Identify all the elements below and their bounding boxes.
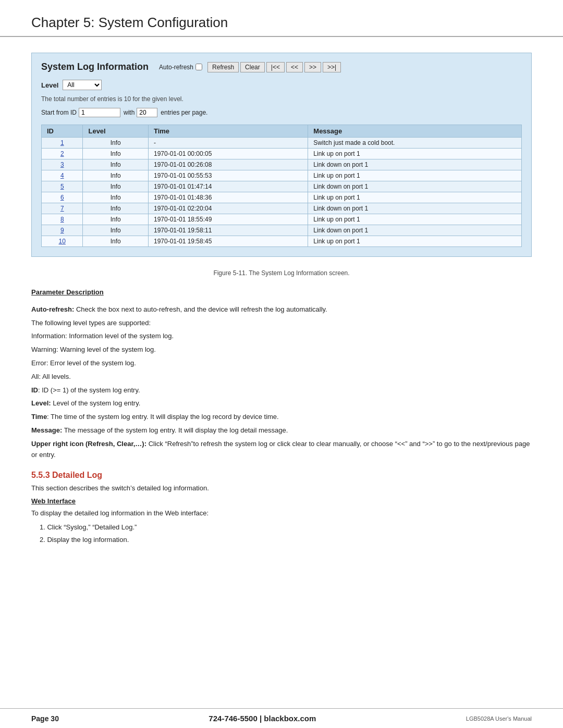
- footer-page: Page 30: [31, 714, 59, 723]
- clear-button[interactable]: Clear: [240, 62, 265, 72]
- row-id[interactable]: 8: [42, 214, 83, 225]
- row-level: Info: [83, 149, 148, 159]
- table-row: 2Info1970-01-01 00:00:05Link up on port …: [42, 149, 522, 159]
- row-level: Info: [83, 181, 148, 192]
- section-553-desc: This section describes the switch’s deta…: [31, 484, 532, 492]
- page-header: Chapter 5: System Configuration: [0, 0, 563, 37]
- row-time: 1970-01-01 00:00:05: [148, 149, 308, 159]
- row-level: Info: [83, 203, 148, 214]
- row-time: 1970-01-01 18:55:49: [148, 214, 308, 225]
- section-553-heading: 5.5.3 Detailed Log: [31, 471, 532, 480]
- row-level: Info: [83, 170, 148, 181]
- row-level: Info: [83, 214, 148, 225]
- row-message: Link up on port 1: [308, 236, 522, 247]
- row-message: Link up on port 1: [308, 192, 522, 203]
- refresh-button[interactable]: Refresh: [207, 62, 239, 72]
- level-select[interactable]: All Info Warning Error: [63, 80, 102, 90]
- row-id[interactable]: 2: [42, 149, 83, 159]
- auto-refresh-checkbox[interactable]: [195, 64, 202, 70]
- row-time: 1970-01-01 00:26:08: [148, 159, 308, 170]
- param-item: Upper right icon (Refresh, Clear,…): Cli…: [31, 439, 532, 461]
- table-row: 4Info1970-01-01 00:55:53Link up on port …: [42, 170, 522, 181]
- table-row: 6Info1970-01-01 01:48:36Link up on port …: [42, 192, 522, 203]
- footer-phone: 724-746-5500 | blackbox.com: [209, 714, 316, 723]
- info-text: The total number of entries is 10 for th…: [41, 95, 522, 103]
- param-item: Warning: Warning level of the system log…: [31, 344, 532, 355]
- row-id[interactable]: 7: [42, 203, 83, 214]
- next-page-button[interactable]: >>: [304, 62, 321, 72]
- col-message: Message: [308, 125, 522, 138]
- syslog-panel: System Log Information Auto-refresh Refr…: [31, 53, 532, 257]
- row-time: 1970-01-01 01:47:14: [148, 181, 308, 192]
- row-level: Info: [83, 138, 148, 149]
- row-level: Info: [83, 159, 148, 170]
- param-item: Message: The message of the system log e…: [31, 425, 532, 436]
- last-page-button[interactable]: >>|: [323, 62, 341, 72]
- param-item: All: All levels.: [31, 372, 532, 382]
- footer-manual: LGB5028A User's Manual: [466, 715, 532, 722]
- row-message: Switch just made a cold boot.: [308, 138, 522, 149]
- row-id[interactable]: 5: [42, 181, 83, 192]
- table-row: 5Info1970-01-01 01:47:14Link down on por…: [42, 181, 522, 192]
- log-table: ID Level Time Message 1Info-Switch just …: [41, 125, 522, 247]
- level-row: Level All Info Warning Error: [41, 80, 522, 90]
- row-id[interactable]: 10: [42, 236, 83, 247]
- row-time: 1970-01-01 02:20:04: [148, 203, 308, 214]
- table-row: 1Info-Switch just made a cold boot.: [42, 138, 522, 149]
- row-level: Info: [83, 192, 148, 203]
- start-from-id-label: Start from ID: [41, 109, 77, 116]
- col-level: Level: [83, 125, 148, 138]
- table-row: 8Info1970-01-01 18:55:49Link up on port …: [42, 214, 522, 225]
- entries-per-page-label: entries per page.: [161, 109, 207, 116]
- syslog-panel-header: System Log Information Auto-refresh Refr…: [41, 61, 522, 72]
- row-time: 1970-01-01 19:58:11: [148, 225, 308, 236]
- step-item: 1. Click “Syslog,” “Detailed Log.”: [40, 521, 532, 533]
- row-id[interactable]: 4: [42, 170, 83, 181]
- row-time: 1970-01-01 19:58:45: [148, 236, 308, 247]
- row-message: Link down on port 1: [308, 181, 522, 192]
- row-time: 1970-01-01 01:48:36: [148, 192, 308, 203]
- param-item: Information: Information level of the sy…: [31, 331, 532, 342]
- prev-page-button[interactable]: <<: [286, 62, 303, 72]
- row-time: 1970-01-01 00:55:53: [148, 170, 308, 181]
- row-message: Link up on port 1: [308, 214, 522, 225]
- figure-caption: Figure 5-11. The System Log Information …: [31, 269, 532, 277]
- row-level: Info: [83, 236, 148, 247]
- row-message: Link up on port 1: [308, 170, 522, 181]
- col-id: ID: [42, 125, 83, 138]
- start-row: Start from ID with entries per page.: [41, 108, 522, 117]
- row-id[interactable]: 1: [42, 138, 83, 149]
- table-row: 9Info1970-01-01 19:58:11Link down on por…: [42, 225, 522, 236]
- row-message: Link down on port 1: [308, 225, 522, 236]
- table-row: 3Info1970-01-01 00:26:08Link down on por…: [42, 159, 522, 170]
- param-item: Time: The time of the system log entry. …: [31, 412, 532, 423]
- start-from-id-input[interactable]: [79, 108, 120, 117]
- row-level: Info: [83, 225, 148, 236]
- table-row: 10Info1970-01-01 19:58:45Link up on port…: [42, 236, 522, 247]
- row-message: Link down on port 1: [308, 203, 522, 214]
- web-interface-heading: Web Interface: [31, 497, 532, 505]
- with-label: with: [124, 109, 134, 116]
- row-id[interactable]: 3: [42, 159, 83, 170]
- level-label: Level: [41, 81, 58, 89]
- row-id[interactable]: 6: [42, 192, 83, 203]
- first-page-button[interactable]: |<<: [266, 62, 285, 72]
- row-time: -: [148, 138, 308, 149]
- table-row: 7Info1970-01-01 02:20:04Link down on por…: [42, 203, 522, 214]
- row-message: Link down on port 1: [308, 159, 522, 170]
- row-id[interactable]: 9: [42, 225, 83, 236]
- auto-refresh-label: Auto-refresh: [159, 64, 193, 71]
- param-item: Error: Error level of the system log.: [31, 358, 532, 369]
- section-553: 5.5.3 Detailed Log This section describe…: [31, 471, 532, 546]
- row-message: Link up on port 1: [308, 149, 522, 159]
- main-content: System Log Information Auto-refresh Refr…: [0, 53, 563, 566]
- web-interface-text: To display the detailed log information …: [31, 509, 532, 517]
- syslog-title: System Log Information: [41, 61, 149, 72]
- param-item: Level: Level of the system log entry.: [31, 398, 532, 409]
- step-item: 2. Display the log information.: [40, 534, 532, 546]
- entries-per-page-input[interactable]: [137, 108, 157, 117]
- param-item: ID: ID (>= 1) of the system log entry.: [31, 385, 532, 396]
- col-time: Time: [148, 125, 308, 138]
- param-description-heading: Parameter Description: [31, 287, 532, 298]
- page-footer: Page 30 724-746-5500 | blackbox.com LGB5…: [0, 708, 563, 728]
